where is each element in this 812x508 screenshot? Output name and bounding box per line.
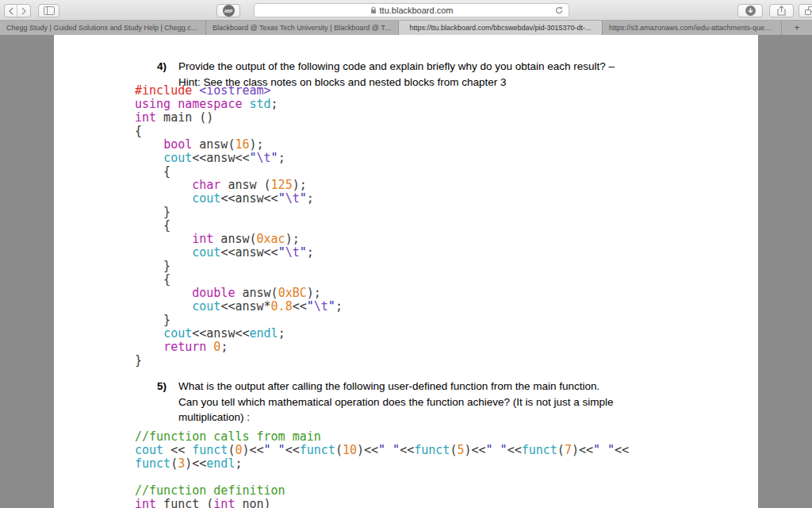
sidebar-icon <box>44 6 55 15</box>
reload-button[interactable] <box>554 6 565 15</box>
browser-toolbar: ABP ttu.blackboard.com <box>0 0 812 21</box>
adblock-badge-icon: ABP <box>223 5 235 17</box>
forward-button[interactable] <box>17 5 30 17</box>
safari-window: ABP ttu.blackboard.com <box>0 0 812 508</box>
download-icon <box>745 6 756 16</box>
reload-icon <box>554 6 564 15</box>
code-block-q5: //function calls from maincout << funct(… <box>135 430 629 508</box>
address-bar[interactable]: ttu.blackboard.com <box>254 3 569 17</box>
share-button[interactable] <box>769 4 794 17</box>
tab-overview-icon <box>805 6 812 15</box>
code-block-q4: #include <iostream>using namespace std;i… <box>135 84 343 368</box>
chevron-right-icon <box>21 7 27 15</box>
address-bar-text: ttu.blackboard.com <box>370 6 454 15</box>
nav-buttons <box>4 4 31 17</box>
tab-s3-amazonaws[interactable]: https://s3.amazonaws.com/iedu-attachment… <box>603 21 782 35</box>
share-icon <box>777 6 786 16</box>
tab-overview-button[interactable] <box>799 4 812 17</box>
pdf-viewer[interactable]: 4) Provide the output of the following c… <box>0 35 812 508</box>
question-5: 5) What is the output after calling the … <box>157 379 686 425</box>
chevron-left-icon <box>8 7 14 15</box>
document-page: 4) Provide the output of the following c… <box>54 35 758 508</box>
downloads-button[interactable] <box>737 4 763 17</box>
question-5-number: 5) <box>157 379 178 425</box>
adblock-extension-button[interactable]: ABP <box>216 4 240 17</box>
tab-bbcswebdav-active[interactable]: https://ttu.blackboard.com/bbcswebdav/pi… <box>399 21 603 35</box>
back-button[interactable] <box>5 5 17 17</box>
tab-blackboard[interactable]: Blackboard @ Texas Tech University | Bla… <box>206 21 399 35</box>
question-5-text: What is the output after calling the fol… <box>178 379 686 425</box>
tab-bar: Chegg Study | Guided Solutions and Study… <box>0 21 812 35</box>
new-tab-button[interactable]: + <box>782 21 812 35</box>
lock-icon <box>370 6 377 14</box>
sidebar-toggle-button[interactable] <box>38 4 59 17</box>
tab-chegg[interactable]: Chegg Study | Guided Solutions and Study… <box>0 21 206 35</box>
